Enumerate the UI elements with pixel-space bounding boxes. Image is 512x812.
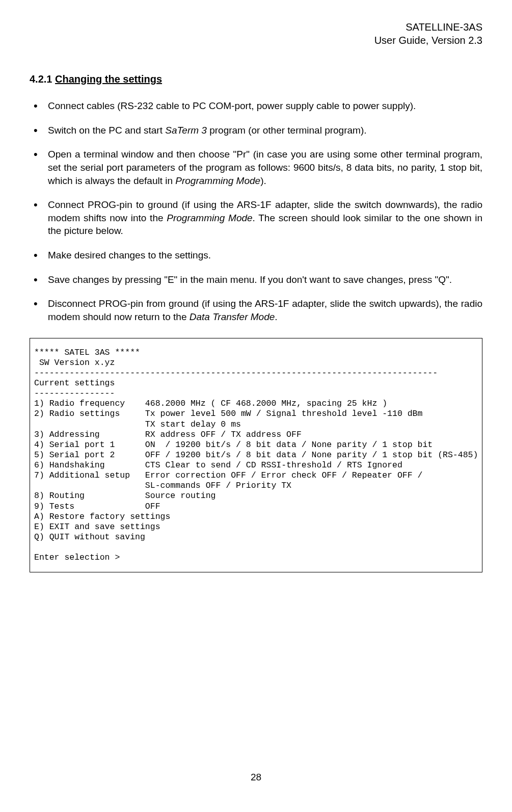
list-item-text: Save changes by pressing "E" in the main… bbox=[48, 274, 452, 285]
header-line-1: SATELLINE-3AS bbox=[30, 20, 482, 34]
list-item: Make desired changes to the settings. bbox=[30, 249, 482, 262]
list-item: Save changes by pressing "E" in the main… bbox=[30, 273, 482, 286]
list-item: Connect PROG-pin to ground (if using the… bbox=[30, 198, 482, 238]
terminal-text: ***** SATEL 3AS ***** SW Version x.yz --… bbox=[34, 348, 478, 563]
list-item: Connect cables (RS-232 cable to PC COM-p… bbox=[30, 99, 482, 113]
list-item: Open a terminal window and then choose "… bbox=[30, 148, 482, 187]
section-title-text: Changing the settings bbox=[55, 73, 162, 85]
instruction-list: Connect cables (RS-232 cable to PC COM-p… bbox=[30, 99, 482, 324]
list-item-text: Connect PROG-pin to ground (if using the… bbox=[48, 199, 482, 236]
section-number: 4.2.1 bbox=[30, 73, 52, 85]
header-line-2: User Guide, Version 2.3 bbox=[30, 34, 482, 47]
page-number: 28 bbox=[0, 771, 512, 784]
list-item-text: Switch on the PC and start SaTerm 3 prog… bbox=[48, 125, 367, 136]
section-heading: 4.2.1 Changing the settings bbox=[30, 72, 482, 86]
list-item: Disconnect PROG-pin from ground (if usin… bbox=[30, 297, 482, 323]
list-item-text: Make desired changes to the settings. bbox=[48, 250, 211, 260]
page-header: SATELLINE-3AS User Guide, Version 2.3 bbox=[30, 20, 482, 47]
list-item-text: Disconnect PROG-pin from ground (if usin… bbox=[48, 298, 482, 322]
list-item-text: Open a terminal window and then choose "… bbox=[48, 149, 482, 186]
terminal-output-box: ***** SATEL 3AS ***** SW Version x.yz --… bbox=[30, 338, 482, 573]
list-item: Switch on the PC and start SaTerm 3 prog… bbox=[30, 124, 482, 137]
list-item-text: Connect cables (RS-232 cable to PC COM-p… bbox=[48, 100, 416, 111]
